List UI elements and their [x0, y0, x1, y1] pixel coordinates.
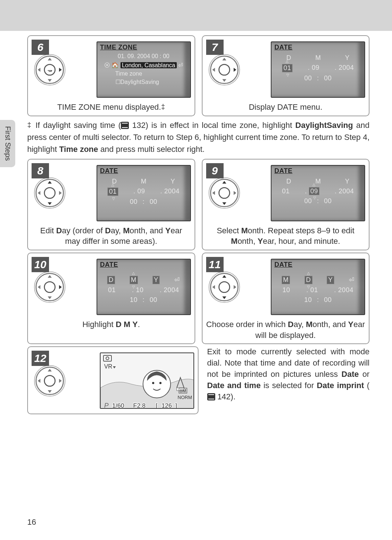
size-text: 8M [179, 388, 186, 394]
step-11: 11 DATE MDY⏎ 10. 01. 2004 10:00 Choose o… [202, 253, 370, 344]
dpad-icon [33, 176, 66, 210]
manual-ref-icon [121, 122, 129, 129]
page-number: 16 [27, 517, 36, 527]
step-number: 12 [32, 351, 49, 366]
svg-point-2 [44, 64, 55, 75]
step-7: 7 DATE DMY 01. 09. 2004 00:00 Display DA… [202, 35, 370, 116]
dpad-icon [33, 364, 66, 398]
lcd-screen: DATE DMY 01. 09. 2004 00:00 [97, 165, 191, 221]
svg-point-5 [219, 64, 229, 75]
exit-text: Exit to mode currently selected with mod… [205, 346, 370, 402]
tz-item: Time zone [100, 70, 187, 78]
tz-daylight: ☐DaylightSaving [100, 78, 187, 86]
step-6: 6 TIME ZONE 01. 09. 2004 00 : 00 ⦿ 🏠 Lon… [27, 35, 195, 116]
caption: Display DATE menu. [206, 102, 366, 113]
step-number: 6 [32, 40, 49, 55]
step-9: 9 DATE DMY 01. 09. 2004 00:00 Select Mon… [202, 159, 370, 250]
caption: TIME ZONE menu displayed.‡ [32, 102, 191, 113]
tz-location: ⦿ 🏠 London, Casablanca ⏎ [100, 61, 187, 70]
caption: Highlight D M Y. [32, 319, 191, 330]
svg-point-23 [152, 382, 154, 384]
svg-point-8 [44, 188, 55, 198]
manual-ref-icon [207, 393, 215, 400]
caption: Choose order in which Day, Month, and Ye… [206, 319, 366, 340]
step-number: 11 [206, 257, 224, 272]
tz-datetime: 01. 09. 2004 00 : 00 [100, 52, 187, 61]
svg-text:[: [ [156, 402, 158, 409]
lcd-screen: DATE DMY⏎ 01. 10. 2004 10:00 [97, 259, 191, 315]
preview-screen: VR 8M NORM P 1/60 F2.8 [ 126 ] [100, 352, 194, 409]
lcd-screen: TIME ZONE 01. 09. 2004 00 : 00 ⦿ 🏠 Londo… [97, 41, 191, 98]
step-number: 10 [32, 257, 49, 272]
sidebar-label: First Steps [4, 126, 12, 161]
count-text: 126 [162, 402, 172, 409]
dpad-icon [208, 53, 241, 86]
p-text: P [104, 402, 109, 409]
lcd-screen: DATE DMY 01. 09. 2004 00:00 [271, 165, 365, 221]
header-band [0, 0, 392, 31]
shutter-text: 1/60 [112, 402, 124, 409]
caption: Select Month. Repeat steps 8–9 to edit M… [206, 225, 366, 247]
step-number: 8 [32, 163, 49, 178]
step-number: 7 [206, 40, 224, 55]
svg-text:]: ] [175, 402, 177, 409]
svg-point-11 [219, 188, 229, 198]
svg-point-24 [159, 382, 162, 384]
sidebar-tab: First Steps [0, 120, 15, 167]
step-10: 10 DATE DMY⏎ 01. 10. 2004 10:00 Highligh… [27, 253, 195, 344]
caption: Edit Day (order of Day, Month, and Year … [32, 225, 191, 247]
lcd-screen: DATE DMY 01. 09. 2004 00:00 [271, 41, 365, 98]
lcd-title: DATE [274, 44, 293, 51]
lcd-title: TIME ZONE [100, 44, 138, 51]
svg-point-17 [219, 282, 229, 292]
svg-point-20 [44, 375, 55, 386]
daylight-note: ‡ If daylight saving time ( 132) is in e… [27, 119, 369, 155]
dpad-icon [208, 270, 241, 304]
dpad-icon [33, 270, 66, 304]
f-text: F2.8 [133, 402, 146, 409]
vr-text: VR [104, 363, 112, 370]
lcd-screen: DATE MDY⏎ 10. 01. 2004 10:00 [271, 259, 365, 315]
dpad-icon [33, 53, 66, 86]
norm-text: NORM [177, 395, 192, 400]
svg-point-14 [44, 282, 55, 292]
step-8: 8 DATE DMY 01. 09. 2004 00:00 Edit Day (… [27, 159, 195, 250]
step-number: 9 [206, 163, 224, 178]
step-12: 12 [27, 346, 199, 414]
dpad-icon [208, 176, 241, 210]
